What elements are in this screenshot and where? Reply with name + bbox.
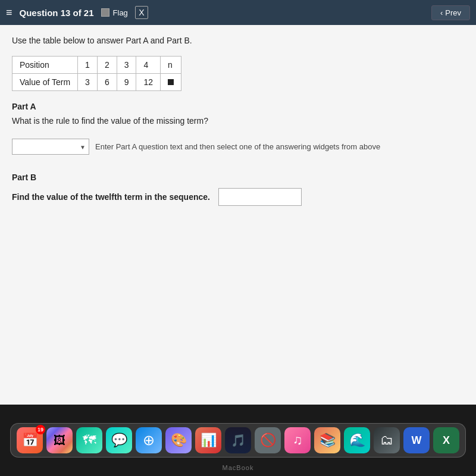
part-b-answer-input[interactable] bbox=[218, 188, 302, 206]
part-b-question-text: Find the value of the twelfth term in th… bbox=[12, 192, 210, 202]
term-table: Position 1 2 3 4 n Value of Term 3 6 9 1… bbox=[12, 56, 181, 91]
part-a-widget: ▼ Enter Part A question text and then se… bbox=[12, 139, 464, 155]
do-not-disturb-icon: 🚫 bbox=[260, 433, 276, 448]
val-6: 6 bbox=[97, 74, 117, 91]
dock-icon-do-not-disturb[interactable]: 🚫 bbox=[255, 427, 281, 453]
photos-icon: 🖼 bbox=[54, 434, 65, 447]
dock-icon-calendar[interactable]: 📅 19 bbox=[17, 427, 43, 453]
books-icon: 📚 bbox=[320, 433, 336, 448]
dock-icon-music[interactable]: ♫ bbox=[284, 427, 311, 453]
part-b-section: Part B Find the value of the twelfth ter… bbox=[12, 173, 464, 206]
dock-icon-photos2[interactable]: 🎨 bbox=[165, 427, 192, 453]
part-b-question-row: Find the value of the twelfth term in th… bbox=[12, 188, 464, 206]
flag-button[interactable]: Flag bbox=[101, 8, 128, 17]
dock-icon-excel[interactable]: X bbox=[433, 427, 459, 453]
table-row-value: Value of Term 3 6 9 12 bbox=[12, 74, 181, 91]
dock-icon-photos[interactable]: 🖼 bbox=[46, 427, 73, 453]
calendar-badge: 19 bbox=[36, 425, 45, 434]
photos2-icon: 🎨 bbox=[171, 433, 187, 448]
question-label: Question 13 of 21 bbox=[20, 8, 94, 18]
pos-n: n bbox=[161, 57, 181, 74]
content-area: Use the table below to answer Part A and… bbox=[0, 25, 476, 405]
pos-3: 3 bbox=[117, 57, 136, 74]
prev-chevron: ‹ bbox=[440, 8, 443, 17]
music-icon: ♫ bbox=[293, 433, 303, 448]
dock-icon-green-app[interactable]: 🌊 bbox=[344, 427, 370, 453]
pos-1: 1 bbox=[78, 57, 98, 74]
excel-icon: X bbox=[443, 434, 450, 447]
black-square-icon bbox=[168, 79, 174, 85]
dock-icon-itunes[interactable]: 🎵 bbox=[225, 427, 251, 453]
part-a-dropdown[interactable] bbox=[12, 139, 89, 155]
part-a-question: What is the rule to find the value of th… bbox=[12, 116, 464, 126]
val-3: 3 bbox=[78, 74, 98, 91]
dock-icon-dark-app[interactable]: 🗂 bbox=[374, 427, 400, 453]
appstore-icon: ⊕ bbox=[143, 432, 155, 449]
top-bar: ≡ Question 13 of 21 Flag X ‹ Prev bbox=[0, 0, 476, 25]
prev-button[interactable]: ‹ Prev bbox=[431, 5, 470, 20]
part-b-label: Part B bbox=[12, 173, 464, 182]
dark-app-icon: 🗂 bbox=[380, 433, 393, 448]
val-9: 9 bbox=[117, 74, 136, 91]
val-12: 12 bbox=[136, 74, 161, 91]
maps-icon: 🗺 bbox=[83, 433, 96, 448]
flag-icon bbox=[101, 8, 109, 17]
dock-icon-messages[interactable]: 💬 bbox=[106, 427, 132, 453]
dock-area: 📅 19 🖼 🗺 💬 ⊕ 🎨 📊 🎵 🚫 ♫ 📚 bbox=[0, 405, 476, 476]
value-header: Value of Term bbox=[12, 74, 78, 91]
widget-hint: Enter Part A question text and then sele… bbox=[95, 142, 380, 151]
val-missing bbox=[161, 74, 181, 91]
bar-chart-icon: 📊 bbox=[201, 433, 217, 448]
table-row-position: Position 1 2 3 4 n bbox=[12, 57, 181, 74]
messages-icon: 💬 bbox=[111, 433, 127, 448]
itunes-icon: 🎵 bbox=[231, 433, 246, 447]
green-app-icon: 🌊 bbox=[349, 433, 365, 448]
menu-icon[interactable]: ≡ bbox=[6, 7, 12, 19]
part-a-label: Part A bbox=[12, 102, 464, 111]
flag-label: Flag bbox=[113, 8, 128, 17]
dock: 📅 19 🖼 🗺 💬 ⊕ 🎨 📊 🎵 🚫 ♫ 📚 bbox=[10, 423, 466, 458]
pos-4: 4 bbox=[136, 57, 161, 74]
position-header: Position bbox=[12, 57, 78, 74]
dock-icon-word[interactable]: W bbox=[403, 427, 430, 453]
prev-label: Prev bbox=[445, 8, 461, 17]
close-button[interactable]: X bbox=[135, 6, 148, 19]
dock-icon-bar-chart[interactable]: 📊 bbox=[195, 427, 221, 453]
mac-label: MacBook bbox=[223, 464, 254, 471]
calendar-icon: 📅 bbox=[22, 433, 38, 448]
dropdown-wrapper: ▼ bbox=[12, 139, 89, 155]
pos-2: 2 bbox=[97, 57, 117, 74]
dock-icon-books[interactable]: 📚 bbox=[314, 427, 340, 453]
dock-icon-appstore[interactable]: ⊕ bbox=[136, 427, 162, 453]
word-icon: W bbox=[412, 434, 422, 447]
instruction-text: Use the table below to answer Part A and… bbox=[12, 36, 464, 45]
dock-icon-maps[interactable]: 🗺 bbox=[76, 427, 102, 453]
